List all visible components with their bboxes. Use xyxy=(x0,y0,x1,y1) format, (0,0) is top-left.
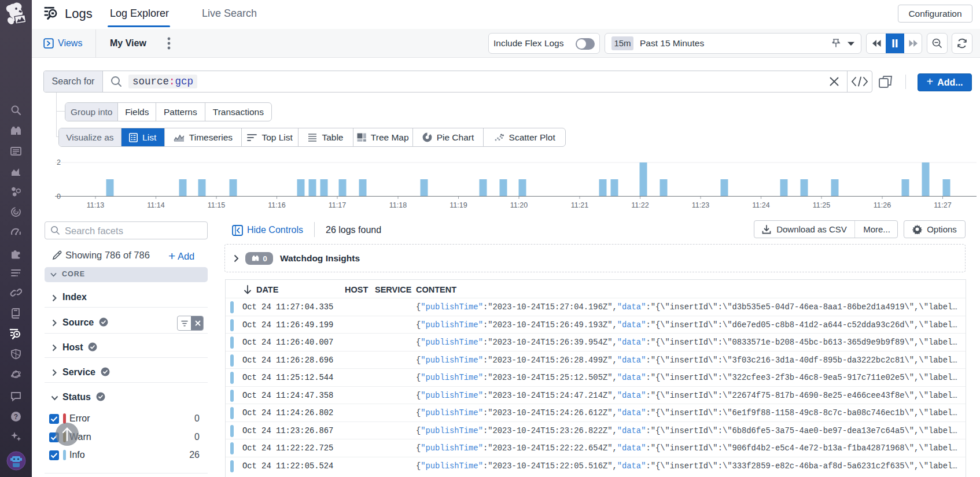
svg-text:11:27: 11:27 xyxy=(934,201,951,209)
svg-text:11:18: 11:18 xyxy=(389,201,407,209)
svg-text:11:20: 11:20 xyxy=(510,201,528,209)
svg-text:?: ? xyxy=(14,413,18,421)
svg-text:11:25: 11:25 xyxy=(813,201,830,209)
svg-text:11:14: 11:14 xyxy=(147,201,164,209)
svg-text:11:22: 11:22 xyxy=(631,201,649,209)
svg-text:11:19: 11:19 xyxy=(450,201,467,209)
svg-text:11:16: 11:16 xyxy=(268,201,285,209)
svg-text:11:17: 11:17 xyxy=(329,201,346,209)
svg-text:11:24: 11:24 xyxy=(752,201,769,209)
svg-text:11:15: 11:15 xyxy=(208,201,225,209)
svg-text:11:23: 11:23 xyxy=(692,201,709,209)
svg-text:11:13: 11:13 xyxy=(87,201,104,209)
svg-text:11:21: 11:21 xyxy=(571,201,588,209)
svg-text:11:26: 11:26 xyxy=(874,201,891,209)
svg-text:0: 0 xyxy=(57,193,61,201)
svg-text:2: 2 xyxy=(57,158,61,167)
